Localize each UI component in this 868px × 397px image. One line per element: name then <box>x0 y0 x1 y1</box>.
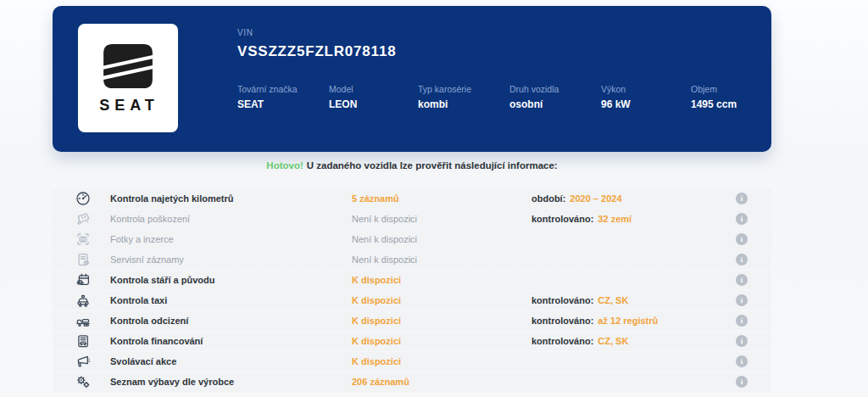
detail-value: 32 zemí <box>598 214 632 224</box>
vin-label: VIN <box>237 28 396 37</box>
detail-vehicle-kind: Druh vozidla osobní <box>509 84 559 110</box>
taxi-icon <box>75 292 92 309</box>
info-icon[interactable]: i <box>736 274 748 286</box>
status-highlight: Hotovo! <box>266 160 303 171</box>
detail-value: až 12 registrů <box>598 316 658 326</box>
check-status: K dispozici <box>352 356 401 366</box>
vehicle-details: Tovární značka SEAT Model LEON Typ karos… <box>53 84 771 118</box>
check-label: Svolávací akce <box>110 356 176 366</box>
detail-label: kontrolováno: <box>531 214 593 224</box>
table-row: Servisní záznamy Není k dispozici i <box>53 250 771 270</box>
check-status: K dispozici <box>352 295 401 305</box>
table-row: Fotky a inzerce Není k dispozici i <box>53 230 771 249</box>
status-message: U zadaného vozidla lze prověřit následuj… <box>307 160 558 171</box>
detail-label: kontrolováno: <box>531 316 593 326</box>
check-label: Kontrola stáří a původu <box>110 275 214 285</box>
camera-icon <box>75 231 92 248</box>
table-row: Svolávací akce K dispozici i <box>53 352 771 372</box>
status-line: Hotovo!U zadaného vozidla lze prověřit n… <box>53 160 771 171</box>
check-status: Není k dispozici <box>352 234 417 244</box>
check-status: Není k dispozici <box>352 214 417 224</box>
info-icon[interactable]: i <box>736 193 748 204</box>
info-icon[interactable]: i <box>736 335 748 347</box>
check-label: Kontrola najetých kilometrů <box>110 193 233 204</box>
damage-icon <box>75 210 92 227</box>
gauge-icon <box>75 190 92 207</box>
check-status: K dispozici <box>352 316 401 326</box>
detail-model: Model LEON <box>329 84 357 110</box>
vehicle-header-card: SEAT VIN VSSZZZ5FZLR078118 Tovární značk… <box>53 6 771 152</box>
tow-truck-icon <box>75 312 92 329</box>
seat-s-icon <box>103 44 153 88</box>
table-row: Kontrola stáří a původu K dispozici i <box>53 271 771 290</box>
table-row: Kontrola taxi K dispozici kontrolováno:C… <box>53 291 771 310</box>
detail-brand: Tovární značka SEAT <box>237 84 298 110</box>
check-label: Fotky a inzerce <box>110 234 174 244</box>
check-label: Servisní záznamy <box>110 254 184 265</box>
info-icon[interactable]: i <box>736 355 748 367</box>
service-book-icon <box>75 251 92 268</box>
check-status: K dispozici <box>352 336 401 346</box>
check-label: Kontrola poškození <box>110 214 190 224</box>
detail-displacement: Objem 1495 ccm <box>691 84 737 110</box>
info-icon[interactable]: i <box>736 233 748 245</box>
table-row: Kontrola odcizení K dispozici kontrolová… <box>53 311 771 331</box>
table-row: Kontrola najetých kilometrů 5 záznamů ob… <box>53 189 771 209</box>
financing-icon <box>75 333 92 349</box>
checks-table: Kontrola najetých kilometrů 5 záznamů ob… <box>53 189 771 393</box>
table-row: Kontrola poškození Není k dispozici kont… <box>53 210 771 229</box>
check-status: 5 záznamů <box>352 193 399 204</box>
check-status: Není k dispozici <box>352 254 417 265</box>
info-icon[interactable]: i <box>736 315 748 327</box>
vin-value: VSSZZZ5FZLR078118 <box>237 43 396 60</box>
detail-body-type: Typ karosérie kombi <box>418 84 471 110</box>
detail-power: Výkon 96 kW <box>601 84 631 110</box>
info-icon[interactable]: i <box>736 376 748 388</box>
calendar-car-icon <box>75 271 92 288</box>
vin-block: VIN VSSZZZ5FZLR078118 <box>237 28 396 60</box>
detail-label: kontrolováno: <box>531 336 593 346</box>
check-status: 206 záznamů <box>352 377 409 387</box>
info-icon[interactable]: i <box>736 294 748 306</box>
info-icon[interactable]: i <box>736 254 748 266</box>
check-status: K dispozici <box>352 275 401 285</box>
detail-label: období: <box>531 193 565 204</box>
table-row: Seznam výbavy dle výrobce 206 záznamů i <box>53 372 771 392</box>
check-label: Kontrola taxi <box>110 295 167 305</box>
info-icon[interactable]: i <box>736 213 748 225</box>
table-row: Kontrola financování K dispozici kontrol… <box>53 332 771 351</box>
megaphone-icon <box>75 353 92 370</box>
gears-icon <box>75 373 92 390</box>
detail-value: CZ, SK <box>598 295 628 305</box>
detail-value: 2020 – 2024 <box>570 193 621 204</box>
check-label: Seznam výbavy dle výrobce <box>110 377 234 387</box>
detail-value: CZ, SK <box>598 336 628 346</box>
detail-label: kontrolováno: <box>531 295 593 305</box>
check-label: Kontrola financování <box>110 336 203 346</box>
check-label: Kontrola odcizení <box>110 316 188 326</box>
